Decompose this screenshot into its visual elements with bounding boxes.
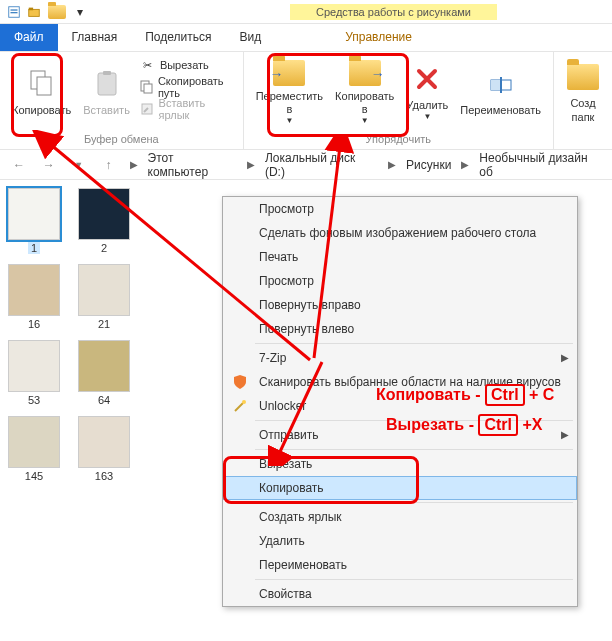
tab-view[interactable]: Вид	[225, 24, 275, 51]
cut-button[interactable]: ✂Вырезать	[136, 54, 237, 76]
file-grid: 1216215364145163	[0, 180, 160, 620]
folder-icon	[48, 5, 66, 19]
annotation-text-copy: Копировать - Ctrl + C	[376, 384, 554, 406]
svg-rect-6	[37, 77, 51, 95]
copy-to-icon: →	[348, 58, 382, 87]
cm-delete[interactable]: Удалить	[223, 529, 577, 553]
tab-manage[interactable]: Управление	[331, 24, 426, 51]
shield-icon	[231, 373, 249, 391]
thumbnail-image	[8, 264, 60, 316]
svg-point-15	[242, 400, 246, 404]
svg-rect-10	[144, 84, 152, 93]
annotation-text-cut: Вырезать - Ctrl +X	[386, 414, 542, 436]
cm-set-wallpaper[interactable]: Сделать фоновым изображением рабочего ст…	[223, 221, 577, 245]
copy-path-icon	[140, 79, 154, 95]
svg-rect-7	[98, 73, 116, 95]
thumbnail-item[interactable]: 2	[74, 188, 134, 254]
new-folder-icon[interactable]	[27, 5, 41, 19]
cm-7zip[interactable]: 7-Zip▶	[223, 346, 577, 370]
copy-to-button[interactable]: → Копировать в▼	[329, 54, 400, 130]
thumbnail-item[interactable]: 163	[74, 416, 134, 482]
breadcrumb: ← → ▼ ↑ ▶ Этот компьютер ▶ Локальный дис…	[0, 150, 612, 180]
new-folder-big-icon	[566, 60, 600, 94]
cm-separator	[255, 449, 573, 450]
chevron-icon[interactable]: ▶	[384, 159, 400, 170]
new-folder-button[interactable]: Созд папк	[560, 54, 606, 130]
cm-properties[interactable]: Свойства	[223, 582, 577, 606]
breadcrumb-seg-1[interactable]: Этот компьютер	[146, 151, 239, 179]
scissors-icon: ✂	[140, 57, 156, 73]
ribbon: Копировать Вставить ✂Вырезать Скопироват…	[0, 52, 612, 150]
cm-separator	[255, 502, 573, 503]
chevron-icon[interactable]: ▶	[126, 159, 142, 170]
breadcrumb-seg-2[interactable]: Локальный диск (D:)	[263, 151, 380, 179]
svg-rect-8	[103, 71, 111, 75]
thumbnail-image	[78, 264, 130, 316]
forward-button[interactable]: →	[36, 154, 62, 176]
svg-rect-1	[11, 9, 18, 10]
chevron-icon[interactable]: ▶	[243, 159, 259, 170]
cm-cut[interactable]: Вырезать	[223, 452, 577, 476]
thumbnail-label: 1	[28, 242, 40, 254]
thumbnail-item[interactable]: 64	[74, 340, 134, 406]
thumbnail-image	[8, 340, 60, 392]
svg-rect-2	[11, 12, 18, 13]
submenu-arrow-icon: ▶	[561, 352, 569, 363]
paste-icon	[90, 67, 124, 101]
titlebar: ▾ Средства работы с рисунками	[0, 0, 612, 24]
cm-rename[interactable]: Переименовать	[223, 553, 577, 577]
up-button[interactable]: ↑	[96, 154, 122, 176]
thumbnail-label: 2	[101, 242, 107, 254]
wand-icon	[231, 397, 249, 415]
ribbon-group-organize: → Переместить в▼ → Копировать в▼ Удалить…	[244, 52, 554, 149]
thumbnail-label: 21	[98, 318, 110, 330]
copy-label: Копировать	[12, 104, 71, 117]
delete-button[interactable]: Удалить▼	[400, 54, 454, 130]
move-to-icon: →	[272, 58, 306, 87]
breadcrumb-seg-3[interactable]: Рисунки	[404, 158, 453, 172]
organize-group-label: Упорядочить	[250, 131, 547, 147]
shortcut-icon	[140, 101, 155, 117]
cm-rotate-right[interactable]: Повернуть вправо	[223, 293, 577, 317]
cm-separator	[255, 343, 573, 344]
svg-rect-4	[29, 7, 33, 10]
thumbnail-label: 53	[28, 394, 40, 406]
qat-dropdown-icon[interactable]: ▾	[73, 5, 87, 19]
history-dropdown-icon[interactable]: ▼	[66, 154, 92, 176]
tab-main[interactable]: Главная	[58, 24, 132, 51]
thumbnail-item[interactable]: 16	[4, 264, 64, 330]
ribbon-group-new: Созд папк	[554, 52, 612, 149]
cm-rotate-left[interactable]: Повернуть влево	[223, 317, 577, 341]
paste-button[interactable]: Вставить	[77, 54, 136, 130]
thumbnail-item[interactable]: 1	[4, 188, 64, 254]
paste-shortcut-button[interactable]: Вставить ярлык	[136, 98, 237, 120]
rename-icon	[484, 67, 518, 101]
tool-context-label: Средства работы с рисунками	[290, 4, 497, 20]
copy-button[interactable]: Копировать	[6, 54, 77, 130]
cm-print[interactable]: Печать	[223, 245, 577, 269]
cm-create-shortcut[interactable]: Создать ярлык	[223, 505, 577, 529]
thumbnail-image	[78, 416, 130, 468]
cm-preview[interactable]: Просмотр	[223, 197, 577, 221]
delete-icon	[410, 62, 444, 96]
back-button[interactable]: ←	[6, 154, 32, 176]
properties-icon[interactable]	[7, 5, 21, 19]
tab-share[interactable]: Поделиться	[131, 24, 225, 51]
breadcrumb-seg-4[interactable]: Необычный дизайн об	[477, 151, 606, 179]
thumbnail-image	[8, 416, 60, 468]
cm-preview-2[interactable]: Просмотр	[223, 269, 577, 293]
move-to-button[interactable]: → Переместить в▼	[250, 54, 329, 130]
cm-separator	[255, 579, 573, 580]
svg-rect-3	[29, 9, 40, 16]
tab-file[interactable]: Файл	[0, 24, 58, 51]
thumbnail-item[interactable]: 145	[4, 416, 64, 482]
paste-label: Вставить	[83, 104, 130, 117]
clipboard-group-label: Буфер обмена	[6, 131, 237, 147]
chevron-icon[interactable]: ▶	[457, 159, 473, 170]
cm-copy[interactable]: Копировать	[223, 476, 577, 500]
rename-button[interactable]: Переименовать	[454, 54, 547, 130]
thumbnail-item[interactable]: 21	[74, 264, 134, 330]
thumbnail-item[interactable]: 53	[4, 340, 64, 406]
thumbnail-image	[78, 340, 130, 392]
copy-path-button[interactable]: Скопировать путь	[136, 76, 237, 98]
